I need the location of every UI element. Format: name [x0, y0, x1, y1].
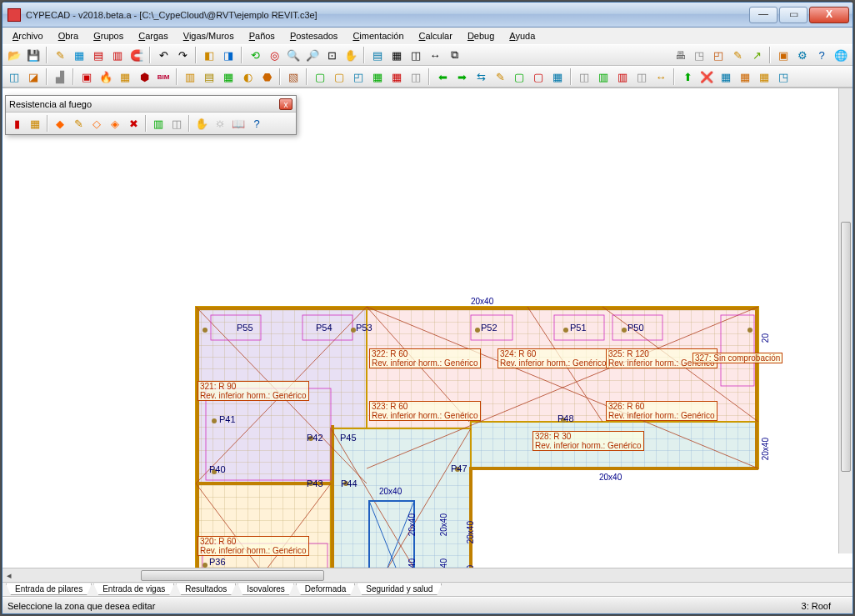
tool-icon[interactable]: ▢ [331, 68, 348, 85]
horizontal-scrollbar[interactable]: ◂ [2, 568, 852, 582]
redo-icon[interactable]: ↷ [174, 47, 191, 63]
tool-icon[interactable]: ◆ [52, 115, 68, 132]
menu-grupos[interactable]: Grupos [87, 29, 130, 43]
maximize-button[interactable]: ▭ [779, 7, 808, 23]
tool-icon[interactable]: ◨ [220, 47, 237, 63]
drawing-canvas[interactable]: P55P54P53P52P51P50P48P41P42P45P47P40P43P… [2, 88, 852, 568]
tool-icon[interactable]: ▦ [369, 68, 386, 85]
menu-debug[interactable]: Debug [461, 29, 501, 43]
tool-icon[interactable]: ⬆ [679, 68, 696, 85]
zoom-out-icon[interactable]: 🔎 [304, 47, 321, 63]
tool-icon[interactable]: ▦ [388, 68, 405, 85]
globe-icon[interactable]: 🌐 [832, 47, 849, 63]
tool-icon[interactable]: ▦ [718, 68, 734, 85]
tool-icon[interactable]: ▦ [756, 68, 772, 85]
tool-icon[interactable]: ◫ [408, 47, 424, 63]
tool-icon[interactable]: ↔ [652, 68, 669, 85]
tool-icon[interactable]: ▣ [78, 68, 95, 85]
menu-obra[interactable]: Obra [52, 29, 85, 43]
pan-icon[interactable]: ✋ [342, 47, 359, 63]
tool-icon[interactable]: ◫ [6, 68, 22, 85]
tool-icon[interactable]: ▤ [201, 68, 218, 85]
menu-calcular[interactable]: Calcular [412, 29, 459, 43]
tool-icon[interactable]: ◫ [408, 68, 424, 85]
tool-icon[interactable]: ▥ [182, 68, 198, 85]
tab-seguridad-y-salud[interactable]: Seguridad y salud [357, 583, 442, 595]
vertical-scrollbar[interactable] [838, 88, 852, 553]
export-icon[interactable]: ↗ [748, 47, 765, 63]
config-icon[interactable]: ⚙ [794, 47, 811, 63]
tool-icon[interactable]: ◇ [88, 115, 105, 132]
fire-icon[interactable]: 🔥 [98, 68, 114, 85]
titlebar[interactable]: CYPECAD - v2018.beta.a - [C:\_CypeCloud\… [2, 3, 852, 28]
tool-icon[interactable]: ✎ [492, 68, 508, 85]
tool-icon[interactable]: ▣ [775, 47, 792, 63]
menu-archivo[interactable]: Archivo [6, 29, 50, 43]
target-icon[interactable]: ◎ [266, 47, 282, 63]
tool-icon[interactable]: ▦ [549, 68, 566, 85]
tool-icon[interactable]: ▤ [90, 47, 107, 63]
tool-icon[interactable]: ◰ [710, 47, 727, 63]
tool-icon[interactable]: ◳ [691, 47, 708, 63]
tool-icon[interactable]: ▦ [220, 68, 237, 85]
edit-icon[interactable]: ✎ [729, 47, 746, 63]
tool-icon[interactable]: ❌ [698, 68, 715, 85]
tool-icon[interactable]: ▦ [388, 47, 405, 63]
stairs-icon[interactable]: ▟ [52, 68, 68, 85]
toolbox-close-icon[interactable]: x [279, 98, 292, 110]
close-button[interactable]: X [809, 7, 849, 23]
tool-icon[interactable]: ✋ [193, 115, 210, 132]
tool-icon[interactable]: ⬢ [136, 68, 152, 85]
tool-icon[interactable]: ◪ [25, 68, 42, 85]
tool-icon[interactable]: ▥ [614, 68, 631, 85]
tab-resultados[interactable]: Resultados [176, 583, 236, 595]
tool-icon[interactable]: ▦ [71, 47, 88, 63]
tab-entrada-de-vigas[interactable]: Entrada de vigas [93, 583, 174, 595]
bim-icon[interactable]: BIM [155, 68, 172, 85]
tool-icon[interactable]: ▢ [530, 68, 547, 85]
tool-icon[interactable]: ⬣ [258, 68, 275, 85]
help-icon[interactable]: ? [248, 115, 265, 132]
zoom-in-icon[interactable]: 🔍 [285, 47, 302, 63]
edit-icon[interactable]: ✎ [70, 115, 87, 132]
menu-vigas/muros[interactable]: Vigas/Muros [177, 29, 241, 43]
arrow-right-icon[interactable]: ➡ [453, 68, 470, 85]
tab-isovalores[interactable]: Isovalores [238, 583, 294, 595]
open-icon[interactable]: 📂 [6, 47, 22, 63]
refresh-icon[interactable]: ⟲ [247, 47, 263, 63]
tool-icon[interactable]: ▥ [150, 115, 167, 132]
tool-icon[interactable]: ◫ [633, 68, 650, 85]
tool-icon[interactable]: ◳ [775, 68, 792, 85]
tool-icon[interactable]: ✎ [52, 47, 68, 63]
arrow-left-icon[interactable]: ⬅ [434, 68, 451, 85]
fire-resistance-toolbox[interactable]: Resistencia al fuego x ▮ ▦ ◆ ✎ ◇ ◈ ✖ ▥ ◫… [5, 95, 297, 135]
tool-icon[interactable]: ◈ [107, 115, 123, 132]
menu-cargas[interactable]: Cargas [132, 29, 174, 43]
tab-deformada[interactable]: Deformada [296, 583, 355, 595]
tool-icon[interactable]: ▧ [285, 68, 302, 85]
minimize-button[interactable]: — [749, 7, 778, 23]
undo-icon[interactable]: ↶ [155, 47, 172, 63]
tool-icon[interactable]: ▦ [117, 68, 133, 85]
tool-icon[interactable]: ▦ [737, 68, 753, 85]
tab-entrada-de-pilares[interactable]: Entrada de pilares [6, 583, 92, 595]
tool-icon[interactable]: ▥ [109, 47, 126, 63]
menu-cimentación[interactable]: Cimentación [346, 29, 410, 43]
tool-icon[interactable]: ▥ [595, 68, 612, 85]
print-icon[interactable]: 🖶 [672, 47, 688, 63]
tool-icon[interactable]: ▮ [8, 115, 25, 132]
tool-icon[interactable]: ⛭ [212, 115, 228, 132]
dimension-icon[interactable]: ↔ [427, 47, 443, 63]
tool-icon[interactable]: ◧ [201, 47, 218, 63]
layers-icon[interactable]: ▤ [369, 47, 386, 63]
tool-icon[interactable]: ▢ [511, 68, 528, 85]
help-icon[interactable]: ? [813, 47, 830, 63]
tool-icon[interactable]: ⧉ [446, 47, 462, 63]
book-icon[interactable]: 📖 [230, 115, 247, 132]
save-icon[interactable]: 💾 [25, 47, 42, 63]
tool-icon[interactable]: ▢ [312, 68, 328, 85]
tool-icon[interactable]: ◰ [350, 68, 367, 85]
tool-icon[interactable]: ⇆ [472, 68, 489, 85]
menu-postesados[interactable]: Postesados [283, 29, 345, 43]
magnet-icon[interactable]: 🧲 [128, 47, 145, 63]
